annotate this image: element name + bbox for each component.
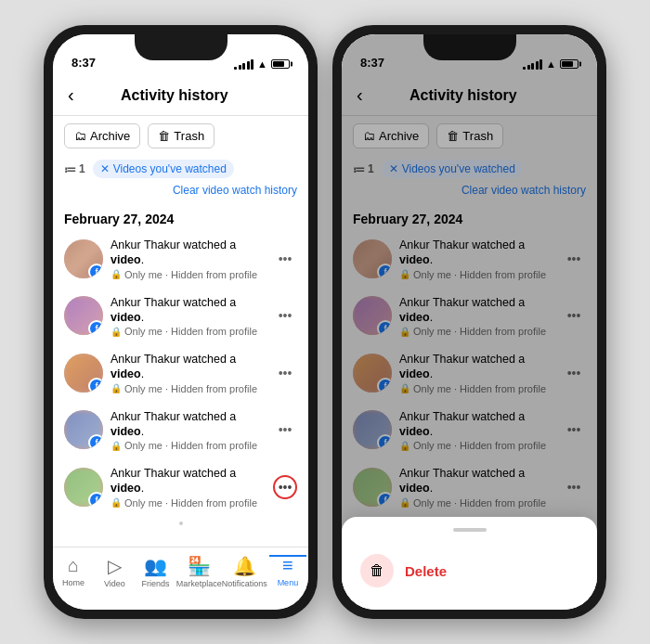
phone-screen-right: 8:37 ▲ ‹ Acti [342,34,597,610]
phone-right: 8:37 ▲ ‹ Acti [332,25,606,619]
friends-label-left: Friends [142,579,170,588]
filter-number-left: 1 [79,162,85,175]
friends-icon-left: 👥 [144,555,167,577]
signal-bars-left [234,59,254,70]
battery-left [271,59,290,69]
bottom-sheet: 🗑 Delete [342,517,597,610]
nav-header-left: ‹ Activity history [53,75,308,116]
activity-item-4-left: f Ankur Thakur watched a video. 🔒 Only m… [53,458,308,516]
archive-icon-left: 🗂 [74,129,86,143]
more-btn-1-left[interactable]: ••• [273,303,297,328]
activity-item-1-left: f Ankur Thakur watched a video. 🔒 Only m… [53,288,308,345]
filter-chip-left[interactable]: ✕ Videos you've watched [93,160,234,178]
bar3 [242,63,245,70]
trash-label-left: Trash [174,129,204,143]
marketplace-label-left: Marketplace [176,579,222,588]
active-bar-left [269,555,306,557]
bar5 [251,59,254,70]
archive-label-left: Archive [90,129,130,143]
nav-menu-left[interactable]: ≡ Menu [267,555,308,587]
trash-icon-left: 🗑 [158,129,170,143]
sheet-handle [453,528,487,532]
status-time-left: 8:37 [72,56,96,70]
avatar-0-left: f [64,239,103,278]
menu-icon-left: ≡ [282,555,293,576]
video-label-left: Video [104,579,125,588]
nav-friends-left[interactable]: 👥 Friends [135,555,176,588]
more-btn-0-left[interactable]: ••• [273,247,297,271]
avatar-2-left: f [64,354,103,393]
video-icon-left: ▷ [108,555,122,577]
phone-screen-left: 8:37 ▲ ‹ Acti [53,34,308,610]
scroll-indicator-left [53,516,308,531]
avatar-4-left: f [64,468,103,507]
activity-text-1-left: Ankur Thakur watched a video. 🔒 Only me … [110,295,266,338]
more-btn-4-left[interactable]: ••• [273,475,297,499]
nav-marketplace-left[interactable]: 🏪 Marketplace [176,555,222,588]
notifications-icon-left: 🔔 [233,555,256,577]
bar2 [239,65,241,70]
notifications-label-left: Notifications [222,579,267,588]
trash-tab-left[interactable]: 🗑 Trash [148,123,214,148]
back-button-left[interactable]: ‹ [68,84,74,106]
date-section-left: February 27, 2024 [53,202,308,230]
avatar-3-left: f [64,410,103,449]
wifi-icon-left: ▲ [257,58,267,70]
more-btn-2-left[interactable]: ••• [273,361,297,385]
active-filter-row-left: ≔ 1 ✕ Videos you've watched [53,156,308,182]
nav-video-left[interactable]: ▷ Video [94,555,135,588]
filter-count-left: ≔ 1 [64,162,85,176]
home-icon-left: ⌂ [68,555,79,576]
activity-text-4-left: Ankur Thakur watched a video. 🔒 Only me … [110,466,266,509]
screenshot-container: 8:37 ▲ ‹ Acti [25,6,625,638]
chip-label-left: Videos you've watched [113,162,227,175]
nav-notifications-left[interactable]: 🔔 Notifications [222,555,267,588]
nav-home-left[interactable]: ⌂ Home [53,555,94,587]
activity-text-2-left: Ankur Thakur watched a video. 🔒 Only me … [110,352,266,394]
activity-text-0-left: Ankur Thakur watched a video. 🔒 Only me … [110,238,266,280]
notch-left [135,34,228,60]
delete-icon: 🗑 [360,554,394,587]
marketplace-icon-left: 🏪 [188,555,211,577]
battery-fill-left [273,61,284,67]
activity-item-2-left: f Ankur Thakur watched a video. 🔒 Only m… [53,344,308,402]
archive-tab-left[interactable]: 🗂 Archive [64,123,140,148]
menu-label-left: Menu [278,578,299,587]
status-icons-left: ▲ [234,58,290,70]
dim-overlay [342,34,597,547]
filter-tabs-left: 🗂 Archive 🗑 Trash [53,116,308,156]
delete-label: Delete [405,563,447,579]
home-label-left: Home [62,578,84,587]
more-btn-3-left[interactable]: ••• [273,418,297,442]
activity-text-3-left: Ankur Thakur watched a video. 🔒 Only me … [110,409,266,452]
delete-item[interactable]: 🗑 Delete [342,543,597,599]
page-title-left: Activity history [85,87,264,104]
chip-x-left: ✕ [100,162,110,175]
clear-link-left[interactable]: Clear video watch history [53,182,308,202]
activity-item-0-left: f Ankur Thakur watched a video. 🔒 Only m… [53,230,308,288]
bar4 [247,61,250,70]
content-area-left: February 27, 2024 f Ankur Thakur watched… [53,202,308,547]
bar1 [234,67,237,70]
activity-item-3-left: f Ankur Thakur watched a video. 🔒 Only m… [53,402,308,459]
bottom-nav-left: ⌂ Home ▷ Video 👥 Friends 🏪 Marketplace 🔔 [53,547,308,610]
avatar-1-left: f [64,296,103,335]
phone-left: 8:37 ▲ ‹ Acti [44,25,318,619]
